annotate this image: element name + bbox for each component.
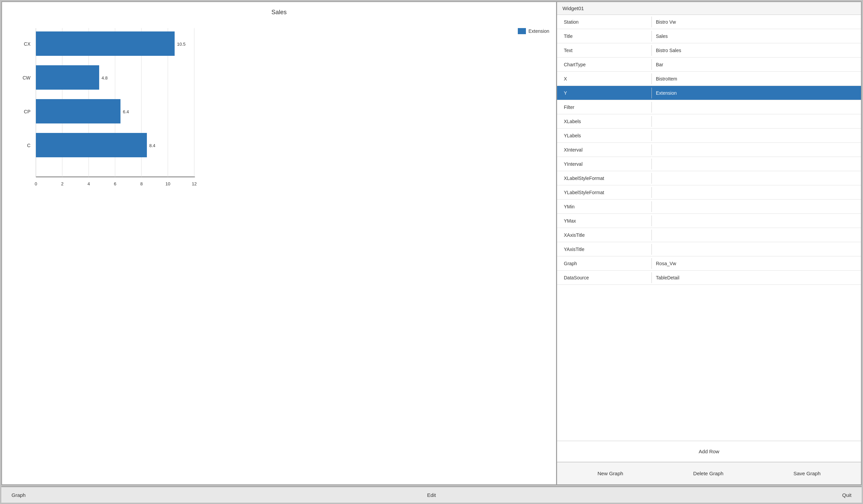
prop-name-datasource: DataSource — [557, 272, 652, 283]
status-graph[interactable]: Graph — [12, 492, 291, 498]
prop-row-yaxistitle[interactable]: YAxisTitle — [557, 242, 861, 256]
prop-value-x: BistroItem — [652, 73, 861, 84]
prop-name-y: Y — [557, 88, 652, 98]
svg-rect-19 — [36, 65, 99, 90]
bar-chart: 0 2 4 6 8 10 12 10.5 CX 4.8 — [9, 21, 205, 197]
prop-name-ylabelstyleformat: YLabelStyleFormat — [557, 187, 652, 198]
prop-name-yinterval: YInterval — [557, 159, 652, 169]
svg-text:12: 12 — [192, 181, 197, 186]
save-graph-button[interactable]: Save Graph — [785, 468, 828, 479]
svg-text:6: 6 — [114, 181, 116, 186]
chart-panel: Sales 0 2 — [2, 2, 556, 484]
prop-value-ylabels — [652, 133, 861, 138]
svg-text:8: 8 — [140, 181, 142, 186]
svg-text:4.8: 4.8 — [101, 75, 108, 80]
properties-panel: Widget01 Station Bistro Vw Title Sales T… — [556, 2, 861, 484]
prop-row-xaxistitle[interactable]: XAxisTitle — [557, 228, 861, 242]
legend-label: Extension — [529, 28, 549, 34]
prop-row-xlabels[interactable]: XLabels — [557, 114, 861, 128]
svg-rect-22 — [36, 99, 121, 124]
prop-row-filter[interactable]: Filter — [557, 100, 861, 114]
prop-value-xlabelstyleformat — [652, 176, 861, 181]
prop-value-filter — [652, 104, 861, 110]
prop-row-charttype[interactable]: ChartType Bar — [557, 58, 861, 72]
prop-row-x[interactable]: X BistroItem — [557, 72, 861, 86]
prop-name-x: X — [557, 73, 652, 84]
status-bar: Graph Edit Quit — [1, 487, 862, 503]
prop-row-xinterval[interactable]: XInterval — [557, 143, 861, 157]
svg-text:CX: CX — [24, 41, 31, 47]
prop-value-graph: Rosa_Vw — [652, 258, 861, 269]
legend-color-box — [518, 28, 526, 34]
prop-row-ymax[interactable]: YMax — [557, 214, 861, 228]
status-edit[interactable]: Edit — [291, 492, 571, 498]
svg-text:C: C — [27, 143, 30, 148]
prop-row-text[interactable]: Text Bistro Sales — [557, 43, 861, 58]
prop-name-xaxistitle: XAxisTitle — [557, 230, 652, 240]
prop-value-yaxistitle — [652, 247, 861, 252]
prop-value-ylabelstyleformat — [652, 190, 861, 195]
svg-rect-16 — [36, 32, 175, 56]
chart-area: 0 2 4 6 8 10 12 10.5 CX 4.8 — [9, 21, 549, 198]
prop-name-xinterval: XInterval — [557, 144, 652, 155]
svg-text:0: 0 — [35, 181, 37, 186]
prop-name-title: Title — [557, 31, 652, 42]
prop-value-ymin — [652, 204, 861, 210]
svg-text:CW: CW — [23, 75, 31, 80]
add-row-button[interactable]: Add Row — [692, 446, 726, 456]
prop-row-title[interactable]: Title Sales — [557, 29, 861, 43]
prop-row-yinterval[interactable]: YInterval — [557, 157, 861, 171]
prop-value-ymax — [652, 218, 861, 224]
properties-table: Station Bistro Vw Title Sales Text Bistr… — [557, 15, 861, 441]
prop-name-xlabelstyleformat: XLabelStyleFormat — [557, 173, 652, 184]
prop-name-ymax: YMax — [557, 215, 652, 226]
prop-name-graph: Graph — [557, 258, 652, 269]
chart-title: Sales — [272, 9, 287, 16]
prop-value-datasource: TableDetail — [652, 272, 861, 283]
svg-text:8.4: 8.4 — [149, 143, 155, 148]
svg-text:CP: CP — [24, 109, 30, 114]
prop-row-graph[interactable]: Graph Rosa_Vw — [557, 256, 861, 270]
prop-row-ylabelstyleformat[interactable]: YLabelStyleFormat — [557, 185, 861, 200]
prop-name-station: Station — [557, 16, 652, 27]
prop-row-ylabels[interactable]: YLabels — [557, 128, 861, 143]
prop-row-station[interactable]: Station Bistro Vw — [557, 15, 861, 29]
prop-name-ymin: YMin — [557, 201, 652, 212]
chart-svg-container: 0 2 4 6 8 10 12 10.5 CX 4.8 — [9, 21, 508, 198]
prop-value-xlabels — [652, 119, 861, 124]
add-row-area: Add Row — [557, 441, 861, 462]
legend-area: Extension — [518, 28, 549, 34]
svg-text:4: 4 — [87, 181, 90, 186]
svg-text:6.4: 6.4 — [123, 109, 129, 114]
prop-value-text: Bistro Sales — [652, 45, 861, 56]
prop-value-charttype: Bar — [652, 59, 861, 70]
prop-row-xlabelstyleformat[interactable]: XLabelStyleFormat — [557, 171, 861, 185]
svg-text:10: 10 — [165, 181, 170, 186]
prop-value-station: Bistro Vw — [652, 16, 861, 27]
delete-graph-button[interactable]: Delete Graph — [685, 468, 731, 479]
prop-name-ylabels: YLabels — [557, 130, 652, 141]
prop-name-charttype: ChartType — [557, 59, 652, 70]
prop-value-xaxistitle — [652, 232, 861, 238]
new-graph-button[interactable]: New Graph — [589, 468, 631, 479]
prop-name-xlabels: XLabels — [557, 116, 652, 127]
main-container: Sales 0 2 — [1, 1, 862, 485]
widget-header: Widget01 — [557, 2, 861, 15]
svg-text:2: 2 — [61, 181, 63, 186]
prop-name-yaxistitle: YAxisTitle — [557, 244, 652, 255]
prop-row-datasource[interactable]: DataSource TableDetail — [557, 270, 861, 285]
prop-value-y: Extension — [652, 88, 861, 98]
prop-name-text: Text — [557, 45, 652, 56]
status-quit[interactable]: Quit — [572, 492, 851, 498]
prop-value-yinterval — [652, 161, 861, 167]
bottom-buttons: New Graph Delete Graph Save Graph — [557, 462, 861, 484]
prop-name-filter: Filter — [557, 102, 652, 113]
svg-rect-25 — [36, 133, 147, 157]
prop-value-xinterval — [652, 147, 861, 153]
svg-text:10.5: 10.5 — [177, 42, 186, 47]
prop-value-title: Sales — [652, 31, 861, 42]
prop-row-ymin[interactable]: YMin — [557, 200, 861, 214]
prop-row-y[interactable]: Y Extension — [557, 86, 861, 100]
